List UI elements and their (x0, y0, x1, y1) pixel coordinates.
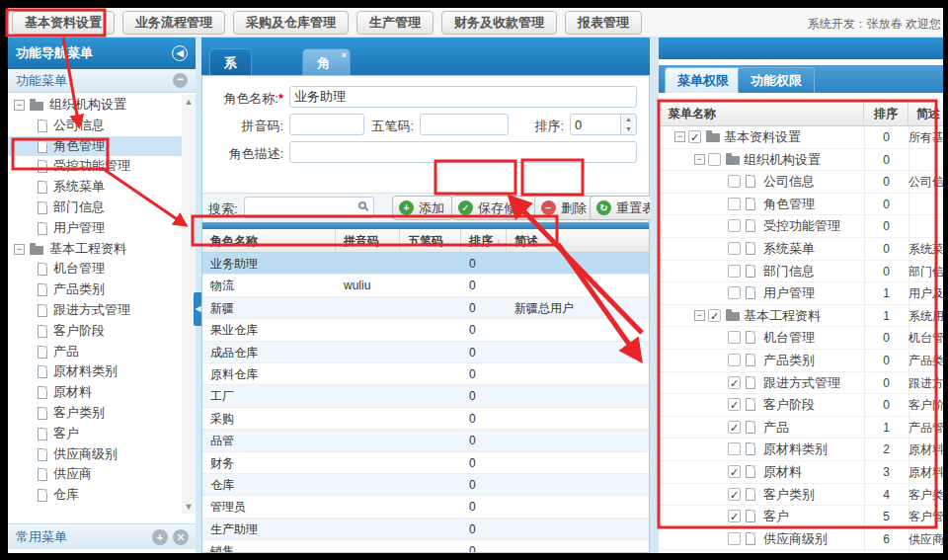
table-row[interactable]: 仓库0 (202, 474, 649, 496)
role-desc-input[interactable] (289, 141, 637, 163)
sidebar-tree-item[interactable]: 机台管理 (8, 259, 182, 280)
checkbox-unchecked-icon[interactable] (708, 153, 721, 166)
sidebar-tree-item[interactable]: 产品 (8, 342, 182, 362)
sidebar-tree-item[interactable]: 公司信息 (8, 116, 182, 136)
sidebar-tree-item[interactable]: 产品类别 (8, 280, 182, 300)
table-row[interactable]: 管理员0 (202, 496, 649, 518)
sidebar-tree-item[interactable]: 部门信息 (8, 198, 182, 218)
top-menu-item[interactable]: 业务流程管理 (122, 11, 225, 35)
add-button[interactable]: +添加 (392, 196, 453, 220)
sidebar-tree-item[interactable]: 供应商 (8, 464, 182, 485)
sidebar-tree-item[interactable]: 系统菜单 (8, 177, 182, 198)
remove-favorite-icon[interactable]: ✕ (173, 529, 189, 545)
sidebar-section-header[interactable]: 功能菜单 − (8, 69, 196, 93)
save-button[interactable]: ✓保存修改 (451, 196, 538, 220)
sidebar-tree-item[interactable]: 跟进方式管理 (8, 300, 182, 321)
permission-row[interactable]: 部门信息0部门信 (659, 261, 943, 283)
top-menu-item[interactable]: 生产管理 (356, 11, 434, 35)
checkbox-checked-icon[interactable]: ✓ (728, 398, 741, 411)
expander-minus-icon[interactable]: − (14, 100, 25, 111)
tab-menu-permission[interactable]: 菜单权限 (665, 67, 742, 93)
expander-minus-icon[interactable]: − (674, 131, 685, 142)
sidebar-tree-item[interactable]: −基本工程资料 (8, 239, 182, 260)
checkbox-checked-icon[interactable]: ✓ (728, 465, 741, 478)
top-menu-item[interactable]: 基本资料设置 (12, 11, 115, 35)
permission-row[interactable]: 受控功能管理0 (659, 215, 943, 238)
column-header-desc[interactable]: 简述 (507, 229, 649, 253)
delete-button[interactable]: −删除 (534, 196, 595, 220)
role-name-input[interactable] (289, 86, 637, 108)
collapse-left-icon[interactable]: ◀ (172, 45, 188, 61)
table-row[interactable]: 成品仓库0 (202, 342, 649, 363)
top-menu-item[interactable]: 报表管理 (565, 11, 642, 35)
sidebar-tree-item[interactable]: 客户类别 (8, 403, 182, 424)
sidebar-tree-item[interactable]: 客户 (8, 424, 182, 444)
checkbox-checked-icon[interactable]: ✓ (708, 309, 721, 322)
close-tab-icon[interactable]: × (342, 51, 347, 60)
checkbox-checked-icon[interactable]: ✓ (728, 510, 741, 522)
checkbox-unchecked-icon[interactable] (728, 265, 741, 278)
permission-row[interactable]: 原材料类别2原材料 (659, 439, 943, 461)
permission-row[interactable]: 公司信息0公司信 (659, 171, 943, 194)
table-row[interactable]: 生产助理0 (202, 519, 649, 540)
checkbox-unchecked-icon[interactable] (728, 532, 741, 545)
table-row[interactable]: 新疆0新疆总用户 (202, 297, 649, 319)
tab-system-log[interactable]: 系统动态日志 (209, 48, 252, 75)
permission-row[interactable]: −✓基本资料设置0所有基 (659, 126, 943, 149)
sidebar-tree-item[interactable]: 原材料 (8, 382, 182, 403)
sidebar-tree-item[interactable]: 客户阶段 (8, 321, 182, 342)
sidebar-footer[interactable]: 常用菜单 + ✕ (8, 523, 196, 549)
permission-row[interactable]: 产品类别0产品类 (659, 350, 943, 372)
wubi-input[interactable] (420, 114, 509, 135)
column-header-sort[interactable]: 排序 ↓ (461, 229, 507, 253)
grid-splitter-bar[interactable] (202, 222, 649, 229)
table-row[interactable]: 财务0 (202, 452, 649, 474)
permission-row[interactable]: ✓客户阶段0客户阶 (659, 394, 943, 417)
permission-row[interactable]: ✓客户类别4客户类 (659, 484, 943, 507)
column-header-desc[interactable]: 简述 (908, 101, 943, 126)
tab-role-management[interactable]: 角色管理 × (302, 48, 351, 75)
column-header-wubi[interactable]: 五笔码 (400, 229, 461, 253)
table-row[interactable]: 品管0 (202, 430, 649, 451)
add-favorite-icon[interactable]: + (152, 529, 168, 545)
permission-row[interactable]: ✓产品1产品管 (659, 417, 943, 440)
sort-spinner-input[interactable] (570, 114, 621, 135)
scroll-down-icon[interactable]: ▼ (182, 500, 196, 514)
checkbox-unchecked-icon[interactable] (728, 442, 741, 455)
checkbox-unchecked-icon[interactable] (728, 354, 741, 366)
table-row[interactable]: 采购0 (202, 408, 649, 430)
checkbox-unchecked-icon[interactable] (728, 331, 741, 344)
permission-row[interactable]: 用户管理1用户及 (659, 282, 943, 305)
checkbox-unchecked-icon[interactable] (728, 198, 741, 210)
sidebar-tree-item[interactable]: 用户管理 (8, 218, 182, 239)
checkbox-unchecked-icon[interactable] (728, 242, 741, 255)
expander-minus-icon[interactable]: − (694, 310, 705, 321)
sidebar-tree-item[interactable]: 角色管理 (8, 136, 182, 157)
sidebar-tree-item[interactable]: 受控功能管理 (8, 156, 182, 177)
collapse-section-icon[interactable]: − (173, 73, 188, 88)
top-menu-item[interactable]: 采购及仓库管理 (233, 11, 349, 35)
sidebar-tree-item[interactable]: 原材料类别 (8, 361, 182, 382)
table-row[interactable]: 销售0 (202, 540, 649, 552)
checkbox-checked-icon[interactable]: ✓ (728, 421, 741, 434)
expander-minus-icon[interactable]: − (694, 154, 705, 165)
table-row[interactable]: 果业仓库0 (202, 319, 649, 341)
checkbox-unchecked-icon[interactable] (728, 286, 741, 299)
table-row[interactable]: 工厂0 (202, 385, 649, 407)
permission-row[interactable]: 角色管理0 (659, 194, 943, 216)
sidebar-tree-item[interactable]: −组织机构设置 (8, 95, 182, 116)
tab-function-permission[interactable]: 功能权限 (738, 67, 815, 93)
permission-row[interactable]: ✓客户5客户管 (659, 506, 943, 528)
checkbox-checked-icon[interactable]: ✓ (728, 376, 741, 389)
column-header-pinyin[interactable]: 拼音码 (336, 229, 400, 253)
checkbox-unchecked-icon[interactable] (728, 175, 741, 188)
top-menu-item[interactable]: 财务及收款管理 (441, 11, 557, 35)
permission-row[interactable]: 系统菜单0系统菜 (659, 238, 943, 261)
permission-row[interactable]: −✓基本工程资料1系统用 (659, 305, 943, 328)
permission-row[interactable]: ✓跟进方式管理0跟进方 (659, 372, 943, 395)
scroll-up-icon[interactable]: ▲ (182, 95, 196, 109)
right-splitter[interactable] (650, 38, 659, 553)
sidebar-tree-item[interactable]: 仓库 (8, 485, 182, 506)
table-row[interactable]: 业务助理0 (202, 253, 649, 275)
checkbox-unchecked-icon[interactable] (728, 219, 741, 232)
